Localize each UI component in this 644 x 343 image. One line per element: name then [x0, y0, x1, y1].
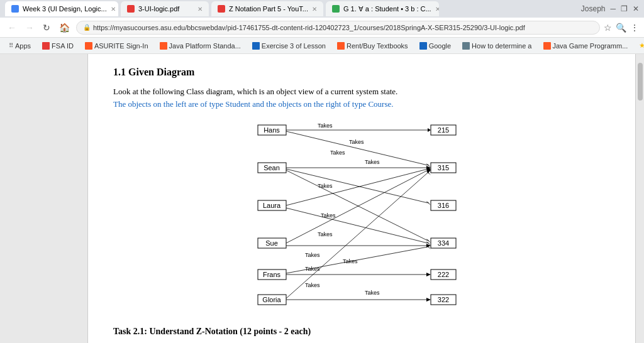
tab-4-close[interactable]: ✕	[435, 6, 439, 13]
svg-text:Gloria: Gloria	[262, 296, 281, 303]
home-button[interactable]: 🏠	[57, 21, 72, 34]
bookmark-rent[interactable]: Rent/Buy Textbooks	[333, 41, 412, 51]
close-button[interactable]: ✕	[633, 4, 639, 13]
tab-2-label: 3-UI-logic.pdf	[138, 5, 179, 13]
svg-line-38	[286, 169, 428, 205]
bookmark-apps-label: Apps	[15, 42, 31, 50]
bookmark-java[interactable]: Java Platform Standa...	[156, 41, 245, 51]
tab-1-icon	[11, 5, 19, 13]
tab-1-label: Week 3 (UI Design, Logic...	[23, 5, 107, 13]
svg-text:Takes: Takes	[305, 282, 320, 288]
bookmark-rent-label: Rent/Buy Textbooks	[347, 42, 408, 50]
account-star-icon: ★	[639, 41, 644, 50]
bookmark-apps[interactable]: ⠿ Apps	[5, 41, 35, 51]
bookmark-google[interactable]: Google	[416, 41, 455, 51]
bookmark-exercise[interactable]: Exercise 3 of Lesson	[248, 41, 330, 51]
tab-3-label: Z Notation Part 5 - YouT...	[229, 5, 308, 13]
svg-line-41	[286, 208, 428, 243]
bookmark-asurite-label: ASURITE Sign-In	[94, 42, 148, 50]
window-controls: Joseph ─ ❐ ✕	[581, 4, 639, 13]
tab-4-icon	[332, 5, 340, 13]
tab-3-close[interactable]: ✕	[312, 6, 317, 13]
user-name: Joseph	[581, 4, 606, 13]
address-actions: ☆ 🔍 ⋮	[604, 23, 639, 33]
search-icon[interactable]: 🔍	[616, 23, 626, 33]
svg-text:Sue: Sue	[265, 239, 278, 247]
svg-line-36	[286, 170, 428, 241]
description: Look at the following Class diagram, whi…	[113, 85, 610, 110]
svg-text:Takes: Takes	[330, 150, 345, 156]
left-sidebar	[0, 54, 88, 343]
diagram-svg: Hans Sean Laura Sue Frans Gloria 2	[255, 120, 469, 315]
reload-button[interactable]: ↻	[40, 21, 53, 34]
svg-text:Takes: Takes	[321, 212, 336, 219]
restore-button[interactable]: ❐	[621, 4, 628, 13]
bookmarks-bar: ⠿ Apps FSA ID ASURITE Sign-In Java Platf…	[0, 38, 644, 54]
bookmark-how[interactable]: How to determine a	[458, 41, 535, 51]
task-title: Task 2.1: Understand Z-Notation (12 poin…	[113, 327, 610, 337]
tab-2-icon	[127, 5, 135, 13]
bookmark-java-label: Java Platform Standa...	[169, 42, 241, 50]
desc-line1: Look at the following Class diagram, whi…	[113, 87, 397, 96]
svg-text:Takes: Takes	[305, 266, 320, 272]
svg-line-60	[286, 173, 428, 298]
minimize-button[interactable]: ─	[610, 4, 616, 13]
how-icon	[462, 42, 470, 50]
tab-1[interactable]: Week 3 (UI Design, Logic... ✕	[5, 1, 118, 16]
bookmark-javagame-label: Java Game Programm...	[553, 42, 628, 50]
svg-text:Takes: Takes	[365, 290, 380, 296]
svg-text:Laura: Laura	[263, 202, 281, 209]
tab-4-label: G 1. ∀ a : Student • 3 b : C...	[343, 5, 431, 13]
exercise-icon	[252, 42, 260, 50]
google-icon	[419, 42, 427, 50]
address-input[interactable]: 🔒 https://myasucourses.asu.edu/bbcswebda…	[76, 21, 600, 35]
svg-text:316: 316	[438, 202, 449, 209]
svg-text:Hans: Hans	[264, 126, 280, 134]
bookmark-how-label: How to determine a	[472, 42, 531, 50]
javagame-icon	[543, 42, 551, 50]
tab-2-close[interactable]: ✕	[197, 6, 203, 13]
main-content: 1.1 Given Diagram Look at the following …	[0, 54, 644, 343]
bookmark-javagame[interactable]: Java Game Programm...	[540, 41, 632, 51]
back-button[interactable]: ←	[5, 21, 19, 34]
svg-marker-57	[426, 298, 431, 302]
svg-text:Frans: Frans	[263, 271, 281, 278]
svg-text:315: 315	[438, 164, 449, 172]
tab-2[interactable]: 3-UI-logic.pdf ✕	[121, 1, 209, 16]
svg-marker-50	[426, 273, 431, 276]
bookmark-asurite[interactable]: ASURITE Sign-In	[81, 41, 152, 51]
svg-marker-25	[428, 128, 431, 132]
rent-icon	[337, 42, 345, 50]
svg-text:Takes: Takes	[318, 183, 333, 189]
svg-text:Takes: Takes	[365, 159, 380, 165]
diagram-container: Hans Sean Laura Sue Frans Gloria 2	[255, 120, 469, 317]
apps-icon: ⠿	[9, 42, 13, 49]
svg-text:Takes: Takes	[318, 122, 333, 129]
bookmark-google-label: Google	[429, 42, 451, 50]
scrollbar-thumb[interactable]	[638, 63, 643, 101]
svg-line-27	[286, 131, 428, 165]
bookmark-account[interactable]: ★ Account Summary	[635, 40, 644, 51]
bookmark-fsa[interactable]: FSA ID	[38, 41, 77, 51]
svg-text:Takes: Takes	[318, 231, 333, 237]
java-icon	[160, 42, 167, 50]
svg-text:Sean: Sean	[264, 164, 280, 172]
menu-icon[interactable]: ⋮	[630, 23, 639, 33]
tab-1-close[interactable]: ✕	[111, 6, 116, 13]
bookmark-star-icon[interactable]: ☆	[604, 23, 612, 33]
svg-marker-35	[426, 201, 431, 205]
fsa-icon	[42, 42, 50, 50]
bookmark-exercise-label: Exercise 3 of Lesson	[262, 42, 326, 50]
asurite-icon	[85, 42, 92, 50]
svg-text:215: 215	[438, 126, 449, 134]
svg-text:222: 222	[438, 271, 449, 278]
tab-4[interactable]: G 1. ∀ a : Student • 3 b : C... ✕	[326, 1, 439, 16]
forward-button[interactable]: →	[23, 21, 36, 34]
svg-marker-37	[426, 239, 431, 243]
tab-3[interactable]: Z Notation Part 5 - YouT... ✕	[211, 1, 323, 16]
svg-text:Takes: Takes	[305, 252, 320, 258]
right-sidebar	[635, 54, 644, 343]
tab-3-icon	[218, 5, 225, 13]
lock-icon: 🔒	[83, 24, 91, 31]
svg-text:Takes: Takes	[343, 258, 358, 264]
